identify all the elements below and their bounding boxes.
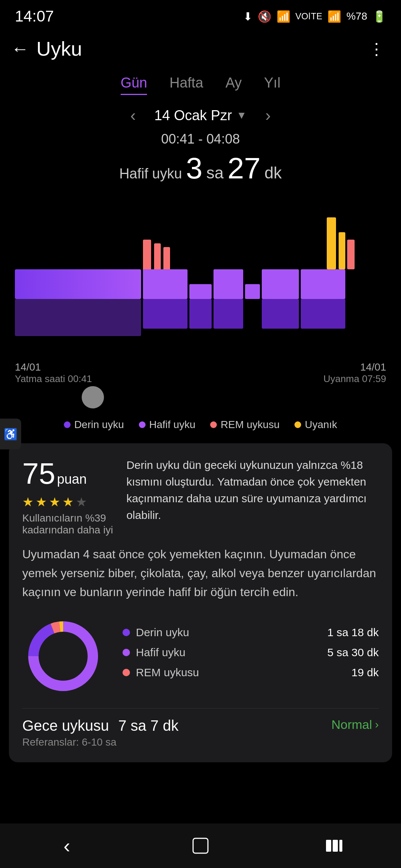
- chart-scrubber[interactable]: [82, 386, 104, 408]
- menu-button[interactable]: ⋮: [368, 39, 386, 58]
- score-card: 75 puan ★ ★ ★ ★ ★ Kullanıcıların %39 kad…: [9, 443, 392, 762]
- svg-rect-18: [339, 232, 345, 269]
- stat-hafif: Hafif uyku 5 sa 30 dk: [123, 646, 379, 659]
- sleep-legend: Derin uyku Hafif uyku REM uykusu Uyanık: [0, 412, 401, 437]
- stat-value-hafif: 5 sa 30 dk: [327, 646, 379, 659]
- lte-icon: VOⅼTE: [296, 11, 322, 22]
- nav-recent-button[interactable]: [319, 831, 349, 861]
- next-date-button[interactable]: ›: [265, 106, 271, 125]
- legend-item-uyanik: Uyanık: [294, 419, 337, 431]
- night-sleep-label: Gece uykusu: [22, 717, 109, 734]
- current-date: 14 Ocak Pzr ▼: [154, 108, 247, 124]
- night-sleep-title-row: Gece uykusu 7 sa 7 dk: [22, 717, 179, 734]
- svg-rect-17: [327, 217, 336, 269]
- sleep-summary: Hafif uyku 3 sa 27 dk: [0, 148, 401, 191]
- score-left: 75 puan ★ ★ ★ ★ ★ Kullanıcıların %39 kad…: [22, 457, 113, 536]
- date-caret-icon[interactable]: ▼: [237, 109, 247, 121]
- svg-rect-6: [143, 269, 188, 299]
- sleep-minutes: 27: [228, 152, 261, 185]
- battery-icon: 🔋: [372, 10, 386, 23]
- legend-item-hafif: Hafif uyku: [139, 419, 196, 431]
- page-title: Uyku: [36, 37, 82, 60]
- nav-recent-icon: [324, 835, 345, 856]
- legend-label-uyanik: Uyanık: [305, 419, 337, 431]
- left-date: 14/01: [15, 361, 92, 373]
- svg-rect-27: [333, 840, 338, 852]
- back-button[interactable]: ←: [11, 39, 29, 59]
- chart-labels: 14/01 Yatma saati 00:41 14/01 Uyanma 07:…: [0, 358, 401, 386]
- sleep-hour-unit: sa: [206, 164, 224, 182]
- stat-dot-derin: [123, 629, 130, 636]
- svg-rect-9: [189, 299, 212, 329]
- left-sublabel: Yatma saati 00:41: [15, 373, 92, 385]
- tab-gun[interactable]: Gün: [121, 75, 147, 95]
- star-4: ★: [62, 494, 74, 509]
- night-sleep-ref: Referanslar: 6-10 sa: [22, 736, 179, 748]
- normal-status-button[interactable]: Normal ›: [331, 717, 379, 732]
- stat-derin: Derin uyku 1 sa 18 dk: [123, 626, 379, 639]
- score-label: puan: [57, 471, 87, 487]
- stat-value-derin: 1 sa 18 dk: [327, 626, 379, 639]
- sleep-hours: 3: [186, 152, 203, 185]
- normal-status-label: Normal: [331, 717, 372, 732]
- svg-rect-16: [301, 299, 345, 329]
- date-text: 14 Ocak Pzr: [154, 108, 232, 124]
- stat-name-hafif: Hafif uyku: [136, 646, 322, 659]
- tab-hafta[interactable]: Hafta: [169, 75, 203, 95]
- mute-icon: 🔇: [258, 10, 271, 23]
- legend-dot-rem: [210, 421, 217, 428]
- svg-rect-10: [213, 269, 243, 299]
- score-display: 75 puan: [22, 457, 113, 491]
- sleep-label: Hafif uyku: [119, 166, 182, 181]
- status-icons: ⬇ 🔇 📶 VOⅼTE 📶 %78 🔋: [243, 10, 386, 23]
- normal-status-arrow: ›: [375, 718, 379, 731]
- donut-chart: [22, 615, 104, 697]
- svg-rect-26: [326, 840, 331, 852]
- svg-rect-19: [347, 240, 355, 269]
- stat-value-rem: 19 dk: [352, 666, 379, 679]
- stat-dot-hafif: [123, 649, 130, 656]
- header-left: ← Uyku: [11, 37, 82, 60]
- bottom-nav: ‹: [0, 823, 401, 868]
- bluetooth-icon: ⬇: [243, 10, 252, 23]
- legend-dot-uyanik: [294, 421, 301, 428]
- status-bar: 14:07 ⬇ 🔇 📶 VOⅼTE 📶 %78 🔋: [0, 0, 401, 30]
- status-time: 14:07: [15, 7, 54, 25]
- night-sleep-footer: Gece uykusu 7 sa 7 dk Referanslar: 6-10 …: [22, 708, 379, 748]
- star-1: ★: [22, 494, 33, 509]
- battery-text: %78: [346, 10, 367, 22]
- score-top: 75 puan ★ ★ ★ ★ ★ Kullanıcıların %39 kad…: [22, 457, 379, 536]
- accessibility-tab[interactable]: ♿: [0, 419, 21, 450]
- right-date: 14/01: [323, 361, 386, 373]
- star-2: ★: [36, 494, 47, 509]
- right-sublabel: Uyanma 07:59: [323, 373, 386, 385]
- sleep-stats-list: Derin uyku 1 sa 18 dk Hafif uyku 5 sa 30…: [123, 626, 379, 686]
- sleep-chart-svg: [0, 195, 401, 358]
- chart-label-left: 14/01 Yatma saati 00:41: [15, 361, 92, 385]
- tab-ay[interactable]: Ay: [225, 75, 242, 95]
- star-5: ★: [76, 494, 87, 509]
- stat-name-rem: REM uykusu: [136, 666, 346, 679]
- svg-rect-25: [193, 838, 208, 853]
- svg-rect-11: [213, 299, 243, 329]
- legend-item-derin: Derin uyku: [64, 419, 124, 431]
- nav-home-icon: [190, 835, 211, 856]
- svg-rect-12: [245, 284, 260, 299]
- legend-dot-derin: [64, 421, 71, 428]
- donut-stats: Derin uyku 1 sa 18 dk Hafif uyku 5 sa 30…: [22, 615, 379, 697]
- nav-back-button[interactable]: ‹: [52, 831, 82, 861]
- stat-dot-rem: [123, 669, 130, 676]
- tab-yil[interactable]: Yıl: [264, 75, 280, 95]
- sleep-time-range: 00:41 - 04:08: [0, 128, 401, 148]
- score-number: 75: [22, 457, 55, 490]
- night-sleep-row: Gece uykusu 7 sa 7 dk Referanslar: 6-10 …: [22, 717, 379, 748]
- date-navigation: ‹ 14 Ocak Pzr ▼ ›: [0, 99, 401, 128]
- svg-rect-14: [262, 299, 299, 329]
- star-rating: ★ ★ ★ ★ ★: [22, 494, 113, 509]
- legend-item-rem: REM uykusu: [210, 419, 280, 431]
- nav-home-button[interactable]: [186, 831, 215, 861]
- prev-date-button[interactable]: ‹: [130, 106, 136, 125]
- legend-label-derin: Derin uyku: [74, 419, 124, 431]
- star-3: ★: [49, 494, 60, 509]
- stat-rem: REM uykusu 19 dk: [123, 666, 379, 679]
